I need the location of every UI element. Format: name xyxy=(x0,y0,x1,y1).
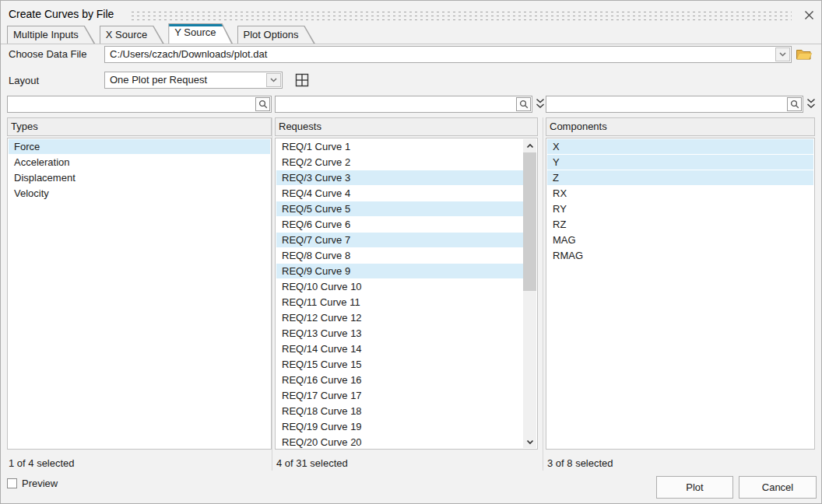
list-item[interactable]: REQ/10 Curve 10 xyxy=(276,279,523,295)
list-item[interactable]: Z xyxy=(547,170,813,186)
types-search-input[interactable] xyxy=(8,96,254,112)
list-item[interactable]: REQ/5 Curve 5 xyxy=(276,201,523,217)
list-item[interactable]: X xyxy=(547,139,813,155)
list-item[interactable]: REQ/1 Curve 1 xyxy=(276,139,523,155)
chevron-down-icon xyxy=(270,78,277,82)
plot-button[interactable]: Plot xyxy=(656,476,733,499)
dialog-title: Create Curves by File xyxy=(9,8,114,20)
list-item[interactable]: REQ/20 Curve 20 xyxy=(276,435,523,448)
plot-button-label: Plot xyxy=(686,481,703,493)
double-chevron-down-icon xyxy=(536,98,545,110)
tab-bar: Multiple InputsX SourceY SourcePlot Opti… xyxy=(7,23,315,44)
column-splitter[interactable] xyxy=(272,117,272,471)
layout-label: Layout xyxy=(9,75,39,87)
tab-y-source[interactable]: Y Source xyxy=(168,23,233,44)
components-list: XYZRXRYRZMAGRMAG xyxy=(546,138,815,450)
list-item[interactable]: RMAG xyxy=(547,248,813,264)
list-item[interactable]: RZ xyxy=(547,217,813,233)
cancel-button[interactable]: Cancel xyxy=(739,476,817,499)
types-search-box xyxy=(7,96,272,113)
list-item[interactable]: Displacement xyxy=(9,170,270,186)
tab-label: X Source xyxy=(106,29,147,40)
layout-dropdown-button[interactable] xyxy=(266,73,281,87)
components-header: Components xyxy=(546,117,815,136)
open-folder-icon xyxy=(796,47,813,61)
list-item[interactable]: MAG xyxy=(547,233,813,248)
search-icon xyxy=(258,100,268,109)
list-item[interactable]: REQ/13 Curve 13 xyxy=(276,326,523,341)
data-file-dropdown-button[interactable] xyxy=(775,47,790,61)
list-item[interactable]: RX xyxy=(547,186,813,201)
list-item[interactable]: RY xyxy=(547,201,813,217)
layout-value: One Plot per Request xyxy=(110,72,263,88)
list-item[interactable]: REQ/6 Curve 6 xyxy=(276,217,523,233)
search-icon xyxy=(519,100,529,109)
list-item[interactable]: REQ/16 Curve 16 xyxy=(276,373,523,388)
tab-label: Y Source xyxy=(174,26,216,38)
preview-label: Preview xyxy=(22,478,58,489)
components-list-items: XYZRXRYRZMAGRMAG xyxy=(547,139,813,448)
plot-layout-grid-button[interactable] xyxy=(295,73,309,87)
components-filter-expand-button[interactable] xyxy=(806,98,816,110)
tab-label: Multiple Inputs xyxy=(13,29,79,40)
scrollbar-down-button[interactable] xyxy=(523,436,536,448)
create-curves-dialog: Create Curves by File Multiple InputsX S… xyxy=(0,0,822,504)
search-icon xyxy=(790,100,799,109)
tab-x-source[interactable]: X Source xyxy=(100,26,164,44)
close-icon xyxy=(804,10,814,20)
list-item[interactable]: Y xyxy=(547,155,813,170)
list-item[interactable]: REQ/9 Curve 9 xyxy=(276,264,523,279)
list-item[interactable]: REQ/12 Curve 12 xyxy=(276,310,523,326)
list-item[interactable]: REQ/4 Curve 4 xyxy=(276,186,523,201)
components-status: 3 of 8 selected xyxy=(547,457,613,470)
preview-checkbox[interactable] xyxy=(7,478,17,488)
scrollbar-thumb[interactable] xyxy=(523,152,536,291)
data-file-combobox[interactable]: C:/Users/czach/Downloads/plot.dat xyxy=(104,46,792,63)
layout-combobox[interactable]: One Plot per Request xyxy=(104,72,283,89)
list-item[interactable]: REQ/15 Curve 15 xyxy=(276,357,523,373)
requests-status: 4 of 31 selected xyxy=(276,457,348,470)
double-chevron-down-icon xyxy=(806,98,816,110)
requests-header: Requests xyxy=(275,117,538,136)
requests-filter-expand-button[interactable] xyxy=(536,98,545,110)
list-item[interactable]: Velocity xyxy=(9,186,270,201)
list-item[interactable]: REQ/7 Curve 7 xyxy=(276,233,523,248)
drag-handle-dots[interactable] xyxy=(130,9,792,21)
list-item[interactable]: REQ/11 Curve 11 xyxy=(276,295,523,310)
list-item[interactable]: Acceleration xyxy=(9,155,270,170)
requests-search-button[interactable] xyxy=(516,97,531,111)
data-file-label: Choose Data File xyxy=(9,48,86,61)
components-search-button[interactable] xyxy=(787,97,802,111)
components-search-input[interactable] xyxy=(546,96,785,112)
tab-multiple-inputs[interactable]: Multiple Inputs xyxy=(7,26,96,44)
requests-search-box xyxy=(275,96,532,113)
requests-list-items: REQ/1 Curve 1REQ/2 Curve 2REQ/3 Curve 3R… xyxy=(276,139,523,448)
types-search-button[interactable] xyxy=(255,97,270,111)
scroll-down-icon xyxy=(526,439,534,445)
list-item[interactable]: REQ/14 Curve 14 xyxy=(276,341,523,357)
types-status: 1 of 4 selected xyxy=(9,457,75,470)
chevron-down-icon xyxy=(779,52,786,57)
browse-file-button[interactable] xyxy=(796,47,813,61)
requests-list: REQ/1 Curve 1REQ/2 Curve 2REQ/3 Curve 3R… xyxy=(275,138,538,450)
list-item[interactable]: REQ/8 Curve 8 xyxy=(276,248,523,264)
list-item[interactable]: REQ/2 Curve 2 xyxy=(276,155,523,170)
tab-plot-options[interactable]: Plot Options xyxy=(237,26,316,44)
requests-scrollbar[interactable] xyxy=(523,139,536,448)
list-item[interactable]: Force xyxy=(9,139,270,155)
components-search-box xyxy=(546,96,803,113)
list-item[interactable]: REQ/17 Curve 17 xyxy=(276,388,523,404)
scroll-up-icon xyxy=(526,143,534,149)
requests-search-input[interactable] xyxy=(276,96,515,112)
data-file-value: C:/Users/czach/Downloads/plot.dat xyxy=(110,47,772,62)
cancel-button-label: Cancel xyxy=(762,481,793,493)
scrollbar-up-button[interactable] xyxy=(523,139,536,152)
close-button[interactable] xyxy=(800,6,817,23)
column-splitter[interactable] xyxy=(543,117,543,471)
tab-label: Plot Options xyxy=(244,29,299,40)
list-item[interactable]: REQ/18 Curve 18 xyxy=(276,404,523,419)
tab-underline xyxy=(1,44,821,44)
list-item[interactable]: REQ/3 Curve 3 xyxy=(276,170,523,186)
list-item[interactable]: REQ/19 Curve 19 xyxy=(276,419,523,435)
types-list: ForceAccelerationDisplacementVelocity xyxy=(7,138,272,450)
